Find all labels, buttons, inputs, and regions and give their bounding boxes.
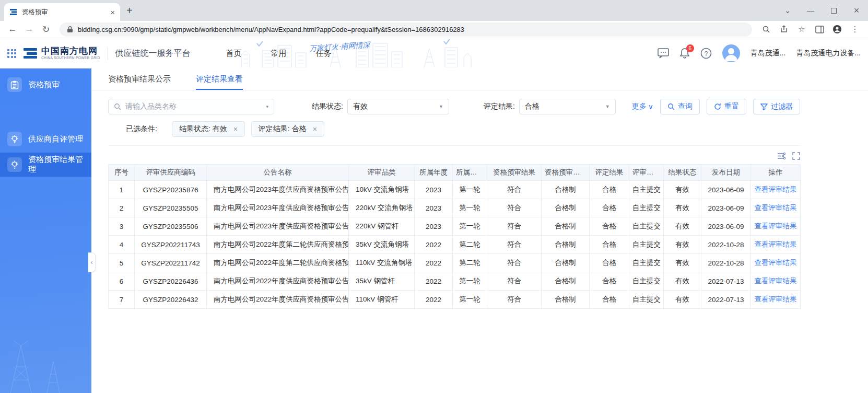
view-review-result-link[interactable]: 查看评审结果 — [755, 204, 797, 212]
table-cell: GYSZP20235505 — [135, 199, 207, 217]
table-cell: 自主提交 — [629, 291, 664, 309]
remove-chip-icon[interactable]: × — [313, 125, 317, 133]
section-divider — [108, 145, 800, 146]
nav-item-frequent[interactable]: 常用 — [271, 49, 287, 59]
user-name[interactable]: 青岛茂通... — [750, 49, 786, 58]
category-search-input[interactable]: 请输入品类名称 ▾ — [108, 99, 274, 114]
table-cell: 2023 — [415, 217, 453, 236]
maximize-icon[interactable] — [822, 0, 845, 21]
column-settings-icon[interactable] — [777, 152, 786, 160]
address-bar[interactable]: bidding.csg.cn:9090/gmp/static/gmpweb/wo… — [60, 22, 752, 37]
zoom-icon[interactable] — [758, 25, 774, 33]
nav-item-home[interactable]: 首页 — [226, 49, 242, 59]
table-cell: 南方电网公司2022年度供应商资格预审公告 — [207, 291, 349, 309]
reload-icon[interactable]: ↻ — [39, 24, 53, 35]
close-window-icon[interactable]: × — [845, 0, 868, 21]
table-cell: 合格制 — [542, 199, 590, 217]
window-controls: ⌄ — × — [776, 0, 868, 21]
share-icon[interactable] — [776, 25, 792, 33]
view-review-result-link[interactable]: 查看评审结果 — [755, 295, 797, 303]
query-button[interactable]: 查询 — [660, 99, 700, 114]
csg-favicon — [9, 8, 18, 16]
table-cell: 6 — [109, 272, 135, 291]
table-cell: 南方电网公司2023年度供应商资格预审公告 — [207, 217, 349, 236]
table-cell: 4 — [109, 236, 135, 254]
browser-tab[interactable]: 资格预审 × — [4, 3, 120, 21]
table-cell: 有效 — [664, 181, 701, 199]
view-review-result-link[interactable]: 查看评审结果 — [755, 186, 797, 193]
table-cell: 合格 — [590, 272, 629, 291]
forward-icon[interactable]: → — [22, 24, 37, 34]
bulb-icon — [7, 132, 22, 146]
refresh-icon — [714, 103, 721, 110]
url-text: bidding.csg.cn:9090/gmp/static/gmpweb/wo… — [78, 26, 464, 33]
filter-button[interactable]: 过滤器 — [753, 99, 800, 114]
notifications-bell-icon[interactable]: 6 — [679, 48, 690, 59]
minimize-icon[interactable]: — — [799, 0, 822, 21]
sidebar-item-prequalification-results[interactable]: 资格预审结果管理 — [0, 153, 91, 177]
view-review-result-link[interactable]: 查看评审结果 — [755, 222, 797, 230]
result-status-select[interactable]: 有效 ▼ — [347, 99, 449, 114]
side-panel-icon[interactable] — [812, 26, 827, 33]
view-review-result-link[interactable]: 查看评审结果 — [755, 259, 797, 267]
table-cell-action: 查看评审结果 — [751, 272, 801, 291]
table-cell: 2 — [109, 199, 135, 217]
company-name[interactable]: 青岛茂通电力设备... — [796, 49, 861, 58]
table-cell: 合格制 — [542, 236, 590, 254]
table-cell-action: 查看评审结果 — [751, 199, 801, 217]
bookmark-star-icon[interactable]: ☆ — [794, 25, 810, 34]
user-avatar[interactable] — [722, 44, 740, 62]
table-cell: 符合 — [487, 236, 542, 254]
remove-chip-icon[interactable]: × — [233, 125, 238, 133]
fullscreen-icon[interactable] — [792, 152, 800, 160]
table-cell: 合格制 — [542, 217, 590, 236]
eval-result-select[interactable]: 合格 ▼ — [519, 99, 616, 114]
col-supplier-code: 评审供应商编码 — [135, 165, 207, 181]
table-cell: GYSZP202211743 — [135, 236, 207, 254]
view-review-result-link[interactable]: 查看评审结果 — [755, 277, 797, 285]
browser-menu-chevron-icon[interactable]: ⌄ — [776, 0, 799, 21]
col-action: 操作 — [751, 165, 801, 181]
table-cell: 符合 — [487, 199, 542, 217]
profile-icon[interactable] — [829, 25, 845, 34]
nav-item-tasks[interactable]: 任务 — [316, 49, 332, 59]
col-year: 所属年度 — [415, 165, 453, 181]
col-prequal-eval: 资格预审评定... — [542, 165, 590, 181]
table-cell: GYSZP20226436 — [135, 272, 207, 291]
tab-result-publicity[interactable]: 资格预审结果公示 — [108, 68, 171, 90]
table-cell: 3 — [109, 217, 135, 236]
sidebar-collapse-icon[interactable]: ‹ — [88, 252, 96, 272]
messages-icon[interactable] — [658, 48, 669, 59]
table-cell: 2022-10-28 — [701, 254, 751, 272]
table-cell: 220kV 钢管杆 — [349, 217, 415, 236]
more-filters-link[interactable]: 更多∨ — [632, 102, 653, 111]
browser-kebab-menu-icon[interactable]: ⋮ — [847, 25, 863, 34]
condition-chip: 结果状态: 有效 × — [172, 121, 245, 137]
apps-grid-icon[interactable] — [7, 49, 16, 58]
tab-evaluation-result-view[interactable]: 评定结果查看 — [196, 68, 243, 90]
reset-button[interactable]: 重置 — [707, 99, 746, 114]
help-icon[interactable]: ? — [700, 48, 712, 59]
view-review-result-link[interactable]: 查看评审结果 — [755, 240, 797, 248]
back-icon[interactable]: ← — [5, 24, 20, 34]
table-cell: 合格制 — [542, 181, 590, 199]
table-cell: 220kV 交流角钢塔 — [349, 199, 415, 217]
sidebar-item-supplier-self-eval[interactable]: 供应商自评管理 — [0, 127, 91, 151]
col-result-status: 结果状态 — [664, 165, 701, 181]
col-prequal-result: 资格预审结果 — [487, 165, 542, 181]
table-cell: 南方电网公司2022年度供应商资格预审公告 — [207, 272, 349, 291]
csg-logo-mark-icon — [24, 48, 37, 59]
table-cell: 自主提交 — [629, 236, 664, 254]
bulb-icon — [7, 157, 22, 172]
selected-conditions-label: 已选条件: — [126, 124, 157, 134]
table-cell: 南方电网公司2022年度第二轮供应商资格预审公... — [207, 254, 349, 272]
table-cell: 2022-07-13 — [701, 291, 751, 309]
page-body: 资格预审 供应商自评管理 资格预审结果管理 ‹ 资格预审结果公示 评定结果查看 — [0, 68, 868, 393]
col-category: 评审品类 — [349, 165, 415, 181]
browser-toolbar: ← → ↻ bidding.csg.cn:9090/gmp/static/gmp… — [0, 21, 868, 38]
app-header: 中国南方电网 CHINA SOUTHERN POWER GRID 供应链统一服务… — [0, 38, 868, 68]
notification-badge: 6 — [686, 44, 694, 52]
sidebar-item-prequalification[interactable]: 资格预审 — [0, 73, 91, 97]
tab-close-icon[interactable]: × — [110, 8, 115, 17]
new-tab-icon[interactable]: + — [126, 5, 133, 17]
